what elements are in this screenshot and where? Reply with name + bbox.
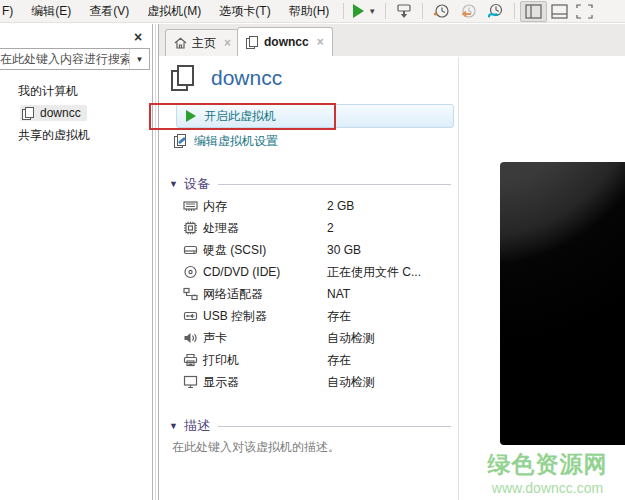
device-value: 正在使用文件 C... — [327, 264, 421, 281]
devices-section-header[interactable]: ▼ 设备 — [169, 175, 451, 193]
device-value: 2 GB — [327, 199, 354, 213]
fullscreen-icon — [576, 4, 593, 19]
home-icon — [174, 37, 187, 49]
device-value: 自动检测 — [327, 330, 375, 347]
device-row-network[interactable]: 网络适配器 NAT — [183, 283, 453, 305]
tree-item-label: downcc — [40, 106, 81, 120]
revert-snapshot-button[interactable] — [455, 1, 482, 22]
power-on-vm-link[interactable]: 开启此虚拟机 — [176, 104, 454, 128]
device-label: 网络适配器 — [203, 286, 327, 303]
console-panel-toggle-icon — [551, 4, 568, 19]
device-value: NAT — [327, 287, 350, 301]
watermark-site-name: 绿色资源网 — [470, 449, 625, 480]
take-snapshot-icon — [432, 3, 451, 20]
device-label: USB 控制器 — [203, 308, 327, 325]
search-placeholder: 在此处键入内容进行搜索 — [0, 51, 129, 68]
manage-snapshots-button[interactable] — [482, 1, 509, 22]
tree-item-label: 共享的虚拟机 — [18, 127, 90, 144]
manage-snapshots-icon — [486, 3, 505, 20]
content-divider — [458, 57, 459, 500]
device-label: 处理器 — [203, 220, 327, 237]
menu-vm[interactable]: 虚拟机(M) — [138, 0, 210, 23]
device-value: 自动检测 — [327, 374, 375, 391]
device-value: 存在 — [327, 308, 351, 325]
console-panel-toggle-button[interactable] — [547, 1, 572, 22]
fullscreen-button[interactable] — [572, 1, 597, 22]
command-label: 编辑虚拟机设置 — [194, 133, 278, 150]
vm-icon — [171, 65, 197, 91]
description-placeholder[interactable]: 在此处键入对该虚拟机的描述。 — [172, 439, 340, 456]
display-icon — [183, 375, 199, 389]
device-row-cd-dvd[interactable]: CD/DVD (IDE) 正在使用文件 C... — [183, 261, 453, 283]
sidebar-item-my-computer[interactable]: 我的计算机 — [0, 80, 152, 102]
usb-icon — [183, 309, 199, 323]
printer-icon — [183, 353, 199, 367]
device-label: CD/DVD (IDE) — [203, 265, 327, 279]
library-panel-toggle-icon — [525, 4, 542, 19]
cd-dvd-icon — [183, 265, 199, 279]
menu-bar: F) 编辑(E) 查看(V) 虚拟机(M) 选项卡(T) 帮助(H) ▼ — [0, 0, 625, 23]
menu-help[interactable]: 帮助(H) — [280, 0, 339, 23]
device-label: 内存 — [203, 198, 327, 215]
device-row-disk[interactable]: 硬盘 (SCSI) 30 GB — [183, 239, 453, 261]
description-section-header[interactable]: ▼ 描述 — [169, 417, 451, 435]
take-snapshot-button[interactable] — [428, 1, 455, 22]
memory-icon — [183, 199, 199, 213]
tab-home[interactable]: 主页 × — [165, 29, 240, 56]
toolbar-separator — [514, 3, 515, 19]
library-tree: 我的计算机 downcc 共享的虚拟机 — [0, 80, 152, 146]
send-ctrl-alt-del-button[interactable] — [391, 1, 417, 22]
collapse-triangle-icon: ▼ — [169, 421, 178, 431]
collapse-triangle-icon: ▼ — [169, 179, 178, 189]
revert-snapshot-icon — [459, 3, 478, 20]
menu-edit[interactable]: 编辑(E) — [22, 0, 80, 23]
section-title: 描述 — [184, 417, 210, 435]
device-label: 声卡 — [203, 330, 327, 347]
device-label: 打印机 — [203, 352, 327, 369]
tab-close-icon[interactable]: × — [317, 35, 324, 49]
vm-icon — [22, 107, 35, 120]
toolbar-separator — [422, 3, 423, 19]
section-title: 设备 — [184, 175, 210, 193]
menu-file[interactable]: F) — [0, 0, 22, 23]
sidebar-close-icon[interactable]: × — [130, 30, 146, 46]
device-row-display[interactable]: 显示器 自动检测 — [183, 371, 453, 393]
toolbar-separator — [385, 3, 386, 19]
device-label: 显示器 — [203, 374, 327, 391]
tab-label: downcc — [264, 35, 309, 49]
vm-screen-preview[interactable] — [500, 162, 625, 445]
device-row-sound[interactable]: 声卡 自动检测 — [183, 327, 453, 349]
devices-table: 内存 2 GB 处理器 2 硬盘 (SCSI) 30 GB — [183, 195, 453, 393]
search-dropdown-button[interactable]: ▼ — [129, 49, 149, 69]
toolbar-separator — [343, 3, 344, 19]
power-on-button[interactable]: ▼ — [349, 1, 380, 22]
edit-vm-settings-link[interactable]: 编辑虚拟机设置 — [174, 133, 278, 150]
page-title: downcc — [211, 66, 282, 90]
library-panel-toggle-button[interactable] — [520, 1, 547, 22]
power-on-play-icon — [353, 4, 364, 18]
device-row-printer[interactable]: 打印机 存在 — [183, 349, 453, 371]
device-row-memory[interactable]: 内存 2 GB — [183, 195, 453, 217]
watermark-url: www.downcc.com — [470, 480, 625, 496]
menu-tabs[interactable]: 选项卡(T) — [210, 0, 279, 23]
menu-view[interactable]: 查看(V) — [80, 0, 138, 23]
device-value: 30 GB — [327, 243, 361, 257]
search-input[interactable]: 在此处键入内容进行搜索 ▼ — [0, 48, 150, 70]
device-row-usb[interactable]: USB 控制器 存在 — [183, 305, 453, 327]
device-value: 2 — [327, 221, 334, 235]
sidebar-item-downcc[interactable]: downcc — [0, 102, 152, 124]
play-icon — [186, 110, 196, 122]
dropdown-caret-icon: ▼ — [368, 7, 376, 16]
sidebar-item-shared-vms[interactable]: 共享的虚拟机 — [0, 124, 152, 146]
tab-bar: 主页 × downcc × — [159, 24, 625, 57]
command-label: 开启此虚拟机 — [204, 108, 276, 125]
tab-label: 主页 — [192, 35, 216, 52]
tab-close-icon[interactable]: × — [224, 36, 231, 50]
device-row-cpu[interactable]: 处理器 2 — [183, 217, 453, 239]
vm-summary-panel: downcc 开启此虚拟机 编辑虚拟机设置 ▼ 设备 内存 2 GB — [159, 57, 458, 500]
section-rule — [218, 184, 451, 185]
device-value: 存在 — [327, 352, 351, 369]
tab-downcc[interactable]: downcc × — [237, 27, 333, 56]
sidebar-splitter[interactable] — [152, 24, 159, 500]
tree-item-label: 我的计算机 — [18, 83, 78, 100]
